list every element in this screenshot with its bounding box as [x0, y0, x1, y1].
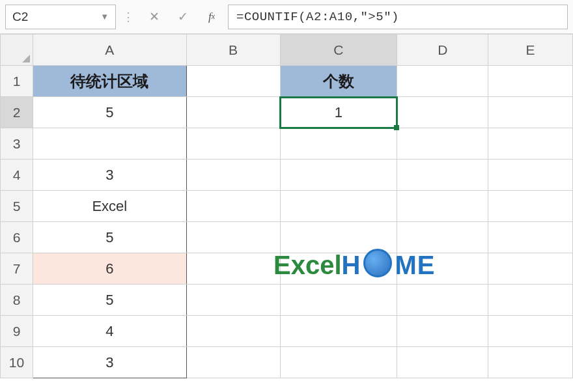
row-header-2[interactable]: 2 — [1, 97, 33, 128]
enter-icon[interactable]: ✓ — [171, 5, 195, 29]
cell-E10[interactable] — [488, 347, 573, 378]
cell-A7[interactable]: 6 — [33, 253, 186, 285]
col-header-A[interactable]: A — [33, 35, 186, 66]
cell-C3[interactable] — [280, 128, 397, 160]
row-header-3[interactable]: 3 — [1, 128, 33, 160]
row-header-6[interactable]: 6 — [1, 222, 33, 253]
cell-B9[interactable] — [186, 316, 280, 347]
formula-text: =COUNTIF(A2:A10,">5") — [236, 10, 399, 24]
cell-A6[interactable]: 5 — [33, 222, 186, 253]
cell-A2[interactable]: 5 — [33, 97, 186, 128]
formula-input[interactable]: =COUNTIF(A2:A10,">5") — [228, 5, 568, 29]
row-header-1[interactable]: 1 — [1, 66, 33, 97]
cell-E1[interactable] — [488, 66, 573, 97]
row-header-5[interactable]: 5 — [1, 191, 33, 222]
fx-icon[interactable]: fx — [199, 5, 224, 29]
cell-B8[interactable] — [186, 285, 280, 316]
cell-B4[interactable] — [186, 160, 280, 191]
cell-E7[interactable] — [488, 253, 573, 285]
cell-A9[interactable]: 4 — [33, 316, 186, 347]
cell-D1[interactable] — [397, 66, 488, 97]
cell-E5[interactable] — [488, 191, 573, 222]
cell-A5[interactable]: Excel — [33, 191, 186, 222]
cell-C10[interactable] — [280, 347, 397, 378]
cell-C4[interactable] — [280, 160, 397, 191]
cell-D2[interactable] — [397, 97, 488, 128]
select-all-corner[interactable] — [1, 35, 33, 66]
cell-A10[interactable]: 3 — [33, 347, 186, 378]
cancel-icon[interactable]: ✕ — [142, 5, 167, 29]
cell-D9[interactable] — [397, 316, 488, 347]
cell-B1[interactable] — [186, 66, 280, 97]
row-header-8[interactable]: 8 — [1, 285, 33, 316]
cell-A3[interactable] — [33, 128, 186, 160]
cell-B6[interactable] — [186, 222, 280, 253]
spreadsheet-grid[interactable]: A B C D E 1 待统计区域 个数 2 5 1 3 4 3 5 — [0, 34, 573, 378]
cell-B2[interactable] — [186, 97, 280, 128]
cell-B7[interactable] — [186, 253, 280, 285]
cell-E6[interactable] — [488, 222, 573, 253]
cell-D10[interactable] — [397, 347, 488, 378]
name-box-value: C2 — [12, 10, 28, 24]
row-header-9[interactable]: 9 — [1, 316, 33, 347]
row-header-7[interactable]: 7 — [1, 253, 33, 285]
cell-D3[interactable] — [397, 128, 488, 160]
cell-C7[interactable] — [280, 253, 397, 285]
drag-handle-icon: ⋮ — [120, 10, 138, 24]
cell-A8[interactable]: 5 — [33, 285, 186, 316]
cell-C2[interactable]: 1 — [280, 97, 397, 128]
cell-C1[interactable]: 个数 — [280, 66, 397, 97]
cell-B3[interactable] — [186, 128, 280, 160]
cell-D5[interactable] — [397, 191, 488, 222]
cell-E8[interactable] — [488, 285, 573, 316]
col-header-E[interactable]: E — [488, 35, 573, 66]
formula-bar: C2 ▼ ⋮ ✕ ✓ fx =COUNTIF(A2:A10,">5") — [0, 0, 573, 34]
cell-C6[interactable] — [280, 222, 397, 253]
cell-E3[interactable] — [488, 128, 573, 160]
row-header-10[interactable]: 10 — [1, 347, 33, 378]
col-header-B[interactable]: B — [186, 35, 280, 66]
cell-D6[interactable] — [397, 222, 488, 253]
cell-E2[interactable] — [488, 97, 573, 128]
row-header-4[interactable]: 4 — [1, 160, 33, 191]
cell-C9[interactable] — [280, 316, 397, 347]
cell-B10[interactable] — [186, 347, 280, 378]
cell-A4[interactable]: 3 — [33, 160, 186, 191]
col-header-D[interactable]: D — [397, 35, 488, 66]
cell-E4[interactable] — [488, 160, 573, 191]
cell-D7[interactable] — [397, 253, 488, 285]
cell-A1[interactable]: 待统计区域 — [33, 66, 186, 97]
cell-C8[interactable] — [280, 285, 397, 316]
cell-E9[interactable] — [488, 316, 573, 347]
col-header-C[interactable]: C — [280, 35, 397, 66]
name-box[interactable]: C2 ▼ — [5, 5, 116, 29]
chevron-down-icon[interactable]: ▼ — [100, 12, 109, 21]
cell-D8[interactable] — [397, 285, 488, 316]
cell-C5[interactable] — [280, 191, 397, 222]
cell-D4[interactable] — [397, 160, 488, 191]
cell-B5[interactable] — [186, 191, 280, 222]
